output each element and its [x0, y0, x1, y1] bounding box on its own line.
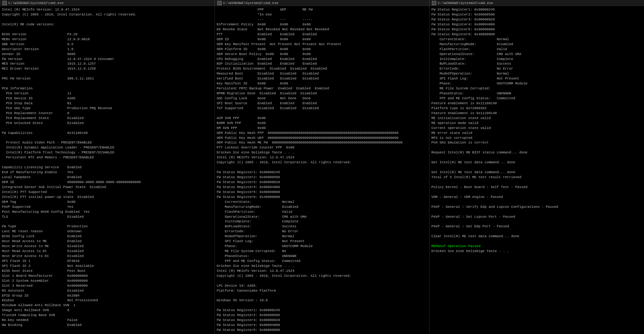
terminal-line: BIOS boot State Post Boot: [2, 269, 213, 274]
terminal-line: Get Intel(R) ME test data command... don…: [431, 170, 642, 175]
terminal-line: BSP Initialization Enabled Enabled Enabl…: [217, 62, 428, 66]
terminal-line: FW Version 12.0.47.1524 H Consumer: [2, 57, 213, 62]
terminal-line: [431, 210, 642, 215]
terminal-line: FW Status Register4: 0x00004000: [217, 323, 428, 328]
terminal-line: [217, 165, 428, 170]
terminal-line: [2, 136, 213, 141]
terminal-line: [431, 200, 642, 205]
terminal-line: Platform: Cannonlake Platform: [217, 289, 428, 293]
terminal-line: InitComplete: Complete: [431, 57, 642, 62]
terminal-line: Re-key needed False: [2, 318, 213, 323]
terminal-line: PCH Version 11: [2, 91, 213, 96]
terminal-line: Protect Audio Video Path - PRESENT/ENABL…: [2, 140, 213, 145]
title-bar-2[interactable]: C:\WINDOWS\System32\cmd.exe: [215, 0, 430, 6]
title-bar-1[interactable]: C:\WINDOWS\System32\cmd.exe: [0, 0, 215, 6]
terminal-line: Total of 5 Intel(R) ME test result retri…: [431, 175, 642, 180]
terminal-line: PTT Lockout Override Counter FPP 0x00: [217, 145, 428, 150]
terminal-line: FW Status Register1: 0x90000245: [217, 308, 428, 313]
terminal-3[interactable]: FW Status Register1: 0x90000245FW Status…: [429, 6, 644, 334]
terminal-line: [2, 81, 213, 86]
terminal-line: OperationalState: CM0 with UMA: [431, 52, 642, 57]
terminal-line: Descriptor Version 1.0: [2, 47, 213, 52]
terminal-line: FlashPartition: Valid: [217, 210, 428, 215]
terminal-line: MEManuf Operation Passed: [431, 244, 642, 249]
terminal-line: Capability Licensing Service Enabled: [2, 165, 213, 170]
terminal-line: PCH Replacement State Disabled: [2, 116, 213, 121]
terminal-line: TLS Disabled: [2, 215, 213, 220]
terminal-line: *In Use: [217, 12, 428, 17]
title-label-2: C:\WINDOWS\System32\cmd.exe: [223, 1, 278, 5]
terminal-line: FW Type Production: [2, 224, 213, 229]
terminal-2[interactable]: FPP UEP ME FW *In Use --- --- -----Enfor…: [215, 6, 430, 334]
terminal-line: BSMM SVN FPP 0x00: [217, 121, 428, 126]
terminal-line: OEM ID 00000000-0000-0000-0000-000000000…: [2, 180, 213, 185]
terminal-1[interactable]: Intel (R) MEInfo Version: 12.0.47.1524Co…: [0, 6, 215, 334]
terminal-line: Slot 1 Board Manufacturer 0x00000000: [2, 274, 213, 279]
terminal-line: FW Status Register2: 0x66000506: [217, 175, 428, 180]
terminal-line: Current operation state valid: [431, 126, 642, 131]
terminal-line: Drücken Sie eine beliebige Taste . . .: [431, 249, 642, 254]
terminal-line: Get Intel(R) ME test data command... don…: [431, 160, 642, 165]
terminal-line: Platform type is 0x72000392: [431, 106, 642, 111]
terminal-line: Copyright (C) 2005 - 2019, Intel Corpora…: [217, 160, 428, 165]
terminal-line: ME File System Corrupted:: [431, 86, 642, 91]
terminal-line: Trusted Computing Base SVN: [2, 313, 213, 318]
terminal-line: [431, 229, 642, 234]
terminal-line: FW Status Register5: 0x00000000: [431, 27, 642, 32]
terminal-line: FW Status Register2: 0x66000506: [217, 313, 428, 318]
terminal-line: [2, 219, 213, 224]
cmd-icon-1: [2, 1, 7, 5]
terminal-line: ME5 Version 1915.12.0.1257: [2, 62, 213, 66]
terminal-line: PCH Device ID A305: [2, 96, 213, 101]
terminal-line: FW Status Register3: 0x00000020: [431, 17, 642, 22]
terminal-line: [2, 27, 213, 32]
terminal-line: [431, 190, 642, 195]
terminal-line: InitComplete: Complete: [217, 219, 428, 224]
terminal-line: Feature enablement is 0x11109140: [431, 111, 642, 116]
terminal-line: FW Status Register2: 0x66000506: [431, 12, 642, 17]
terminal-line: Intel (R) MEInfo Version: 12.0.47.1524: [2, 7, 213, 12]
terminal-line: Vendor ID 8086: [2, 52, 213, 57]
terminal-line: FPP UEP ME FW: [217, 7, 428, 12]
terminal-line: OEM Secure Boot Policy 0x00 0x00 0x00: [217, 52, 428, 57]
terminal-line: Copyright (C) 2005 - 2019, Intel Corpora…: [2, 12, 213, 17]
terminal-line: [217, 293, 428, 298]
terminal-line: FW Status Register1: 0x90000245: [431, 7, 642, 12]
terminal-line: FW Status Register1: 0x90000245: [217, 170, 428, 175]
terminal-line: EPID Group ID 0x28B4: [2, 293, 213, 298]
terminal-line: [2, 17, 213, 22]
terminal-line: FW Status Register3: 0x00000020: [217, 180, 428, 185]
terminal-line: Phase: HOSTCOMM Module: [217, 244, 428, 249]
terminal-line: PMC FW Version 300.2.11.1021: [2, 76, 213, 81]
terminal-line: M3 Autotest Disabled: [2, 289, 213, 293]
terminal-line: BUPLoadState: Success: [217, 224, 428, 229]
terminal-line: Drücken Sie eine beliebige Taste . . .: [217, 264, 428, 269]
terminal-line: Local FwUpdate Enabled: [2, 175, 213, 180]
title-bar-3[interactable]: C:\WINDOWS\System32\cmd.exe: [429, 0, 644, 6]
terminal-line: ModeOfOperation: Normal: [431, 71, 642, 76]
terminal-line: OEM Public Key Hash FPP 0000000000000000…: [217, 131, 428, 136]
terminal-line: [2, 160, 213, 165]
terminal-line: PAVP - General : Set Lspcon Port - Passe…: [431, 215, 642, 220]
terminal-line: Minimum Allowed Anti Rollback SVN 1: [2, 303, 213, 308]
terminal-line: MFS is not corrupted: [431, 136, 642, 141]
terminal-line: PCH SKU Type Production PRQ Revenue: [2, 106, 213, 111]
terminal-line: Host Write Access to EC Disabled: [2, 254, 213, 259]
terminal-line: PCH Information: [2, 86, 213, 91]
terminal-line: MEI Driver Version 1914.12.0.1256: [2, 66, 213, 71]
terminal-line: LPC Device Id: A305.: [217, 284, 428, 289]
terminal-line: TXT Supported Disabled Disabled Disabled: [217, 106, 428, 111]
terminal-line: EK Revoke State Not Revoked Not Revoked …: [217, 27, 428, 32]
terminal-line: Host Write Access to ME Disabled: [2, 244, 213, 249]
terminal-line: ME error state valid: [431, 131, 642, 136]
terminal-line: VDM - General : VDM engine - Passed: [431, 195, 642, 200]
terminal-line: End of Manufacturing Enable Yes: [2, 170, 213, 175]
terminal-line: Key Manifest ID 0x00 0x00: [217, 81, 428, 86]
terminal-line: FW Status Register6: 0x40000000: [217, 195, 428, 200]
terminal-line: KM SVN FPP 0x00: [217, 126, 428, 131]
terminal-line: FW Status Register5: 0x00000000: [217, 328, 428, 333]
terminal-line: PCH Replacement Counter 0: [2, 111, 213, 116]
terminal-line: Intel(R) PTT Supported Yes: [2, 190, 213, 195]
terminal-line: Post Manufacturing NVAR Config Enabled Y…: [2, 210, 213, 215]
terminal-line: SPI Boot Source Enabled Enabled Enabled: [217, 101, 428, 106]
